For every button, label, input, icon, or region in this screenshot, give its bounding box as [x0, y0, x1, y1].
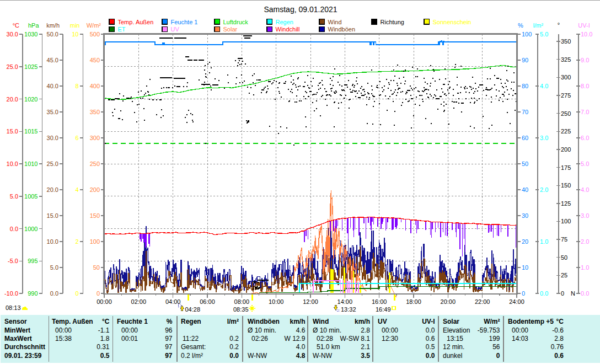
svg-text:22:00: 22:00 — [475, 298, 490, 305]
svg-text:350: 350 — [90, 109, 100, 115]
svg-text:13:15: 13:15 — [447, 335, 463, 342]
svg-text:30.0: 30.0 — [47, 135, 58, 141]
svg-text:1030: 1030 — [24, 31, 38, 38]
svg-text:12:00: 12:00 — [303, 298, 318, 305]
svg-text:Windchill: Windchill — [276, 26, 300, 33]
svg-text:24:00: 24:00 — [509, 298, 524, 305]
svg-text:20.0: 20.0 — [47, 186, 58, 193]
svg-text:0.0: 0.0 — [581, 290, 589, 297]
svg-text:14:03: 14:03 — [512, 335, 528, 342]
svg-text:dunkel: dunkel — [443, 352, 462, 360]
svg-text:1025: 1025 — [24, 63, 38, 70]
svg-text:995: 995 — [28, 258, 38, 264]
svg-text:10.0: 10.0 — [7, 160, 18, 167]
svg-text:2: 2 — [75, 238, 78, 245]
svg-text:97: 97 — [165, 335, 173, 342]
svg-text:40.0: 40.0 — [47, 83, 58, 89]
svg-text:04:28: 04:28 — [185, 306, 201, 313]
svg-text:50: 50 — [522, 160, 528, 167]
svg-text:1.8: 1.8 — [100, 335, 110, 342]
svg-text:Ø 10 min.: Ø 10 min. — [248, 326, 276, 334]
svg-text:Solar: Solar — [443, 318, 459, 325]
svg-text:10: 10 — [522, 264, 528, 271]
svg-text:14:00: 14:00 — [338, 298, 353, 305]
svg-text:06:00: 06:00 — [200, 298, 215, 305]
svg-text:0.0: 0.0 — [426, 326, 435, 334]
svg-text:W 12.9: W 12.9 — [284, 335, 305, 342]
svg-text:-5.0: -5.0 — [8, 258, 18, 264]
svg-text:N: N — [571, 290, 575, 297]
svg-text:275: 275 — [561, 92, 571, 99]
svg-text:10: 10 — [72, 31, 78, 38]
svg-text:08:35: 08:35 — [233, 306, 249, 313]
svg-text:-10.0: -10.0 — [4, 290, 18, 297]
svg-text:02:26: 02:26 — [251, 335, 268, 342]
svg-text:15.0: 15.0 — [47, 212, 58, 219]
svg-text:10.0: 10.0 — [47, 238, 58, 245]
svg-text:125: 125 — [561, 200, 571, 207]
svg-text:10:00: 10:00 — [269, 298, 284, 305]
svg-text:40: 40 — [522, 186, 528, 193]
svg-text:Durchschnitt: Durchschnitt — [4, 343, 45, 351]
svg-text:Solar: Solar — [223, 26, 238, 33]
svg-text:1.0: 1.0 — [581, 264, 589, 271]
svg-text:0.6: 0.6 — [426, 335, 435, 342]
svg-text:UV-I: UV-I — [578, 22, 590, 29]
svg-text:30.0: 30.0 — [7, 31, 18, 38]
svg-text:0.0: 0.0 — [540, 290, 548, 297]
svg-text:Temp. Außen: Temp. Außen — [52, 318, 93, 325]
svg-text:Regen: Regen — [181, 318, 201, 325]
svg-text:200: 200 — [561, 146, 571, 153]
svg-text:250: 250 — [561, 110, 571, 117]
svg-text:250: 250 — [90, 160, 100, 167]
svg-text:hPa: hPa — [28, 22, 39, 29]
svg-text:-1.1: -1.1 — [98, 326, 110, 334]
svg-text:-59.753: -59.753 — [478, 326, 500, 334]
svg-text:0.0: 0.0 — [426, 352, 435, 360]
svg-text:16:00: 16:00 — [372, 298, 387, 305]
svg-text:5.0: 5.0 — [50, 264, 58, 271]
svg-text:ET: ET — [118, 26, 126, 33]
svg-text:450: 450 — [90, 57, 100, 63]
svg-text:Elevation: Elevation — [443, 326, 470, 334]
svg-text:0.6: 0.6 — [554, 352, 564, 360]
svg-text:3.0: 3.0 — [540, 135, 548, 141]
svg-text:°C: °C — [556, 318, 564, 325]
svg-text:0.31: 0.31 — [97, 343, 110, 351]
svg-text:MaxWert: MaxWert — [4, 335, 32, 342]
svg-text:16:49: 16:49 — [376, 306, 391, 313]
svg-text:Richtung: Richtung — [381, 19, 404, 25]
svg-text:W/m²: W/m² — [87, 22, 101, 29]
svg-text:350: 350 — [561, 38, 571, 45]
svg-text:25.0: 25.0 — [47, 160, 58, 167]
svg-text:Luftdruck: Luftdruck — [223, 19, 249, 25]
svg-text:Bodentemp +5: Bodentemp +5 — [508, 318, 554, 325]
svg-text:UV: UV — [171, 26, 180, 33]
svg-text:20:00: 20:00 — [441, 298, 456, 305]
svg-text:2.8: 2.8 — [554, 335, 564, 342]
svg-text:MinWert: MinWert — [4, 326, 30, 334]
svg-text:km/h: km/h — [46, 22, 60, 29]
svg-text:Wind: Wind — [328, 19, 342, 25]
svg-text:0.2: 0.2 — [229, 335, 239, 342]
svg-text:km/h: km/h — [355, 318, 370, 325]
svg-text:00:00: 00:00 — [512, 326, 528, 334]
svg-text:200: 200 — [90, 186, 100, 193]
svg-text:4.0: 4.0 — [296, 343, 306, 351]
svg-text:15:38: 15:38 — [55, 335, 72, 342]
svg-text:Ø 10 min.: Ø 10 min. — [313, 326, 341, 334]
svg-text:97: 97 — [165, 352, 173, 360]
svg-text:51.0 km: 51.0 km — [317, 343, 340, 351]
svg-text:UV-I: UV-I — [422, 318, 435, 325]
svg-text:100: 100 — [561, 218, 571, 224]
svg-text:1015: 1015 — [24, 128, 38, 135]
svg-text:W-NW: W-NW — [248, 352, 267, 360]
svg-text:10.0: 10.0 — [581, 31, 592, 38]
svg-text:4.0: 4.0 — [581, 186, 589, 193]
svg-text:20.0: 20.0 — [7, 96, 18, 103]
svg-text:0.0: 0.0 — [50, 290, 58, 297]
svg-text:2.0: 2.0 — [540, 186, 548, 193]
svg-text:00:00: 00:00 — [382, 326, 398, 334]
svg-text:Samstag, 09.01.2021: Samstag, 09.01.2021 — [264, 5, 337, 14]
svg-text:0.5: 0.5 — [426, 343, 435, 351]
